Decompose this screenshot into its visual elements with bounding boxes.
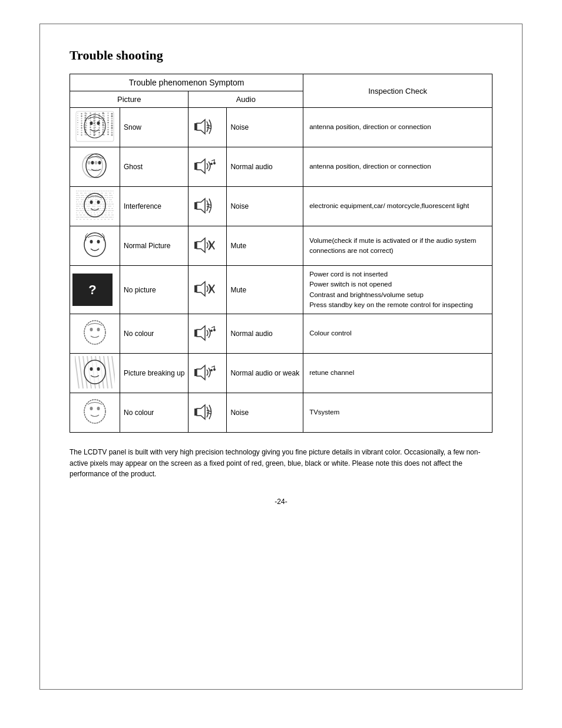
svg-point-27 (84, 117, 86, 118)
svg-point-8 (98, 113, 100, 114)
svg-point-2 (81, 113, 82, 114)
svg-point-107 (107, 131, 108, 133)
picture-label-cell: No colour (120, 393, 189, 433)
header-inspection: Inspection Check (303, 74, 492, 108)
svg-point-54 (93, 122, 95, 124)
inspection-cell: antenna position, direction or connectio… (303, 147, 492, 187)
svg-rect-159 (194, 242, 197, 249)
svg-point-57 (102, 121, 104, 123)
footer-text: The LCDTV panel is built with very high … (70, 447, 492, 480)
svg-point-81 (102, 126, 104, 128)
svg-point-156 (90, 240, 93, 243)
no-picture-icon: ? (72, 274, 113, 306)
inspection-cell: Volume(check if mute is activated or if … (303, 226, 492, 266)
table-row: Ghost Normal audioantenna position, dire… (70, 147, 492, 187)
svg-point-190 (84, 400, 105, 423)
trouble-table: Trouble phenomenon Symptom Inspection Ch… (70, 74, 492, 433)
svg-point-150 (84, 193, 105, 217)
svg-point-72 (111, 124, 113, 126)
picture-label-cell: No picture (120, 266, 189, 314)
svg-point-123 (97, 121, 100, 125)
svg-point-98 (81, 132, 82, 133)
picture-icon-cell (70, 354, 120, 393)
svg-marker-162 (197, 282, 205, 296)
svg-point-155 (84, 233, 105, 256)
svg-marker-169 (197, 326, 205, 340)
svg-marker-193 (197, 405, 205, 419)
audio-label-cell: Noise (227, 393, 303, 433)
svg-point-44 (98, 120, 100, 121)
svg-rect-133 (194, 163, 197, 170)
svg-point-69 (102, 124, 104, 126)
svg-point-40 (86, 120, 87, 121)
svg-point-59 (107, 122, 108, 123)
svg-point-3 (84, 112, 86, 114)
svg-point-48 (111, 120, 113, 121)
table-row: No colour NoiseTVsystem (70, 393, 492, 433)
svg-point-111 (84, 133, 86, 135)
svg-point-118 (104, 134, 105, 136)
svg-marker-132 (197, 159, 205, 173)
svg-point-82 (104, 127, 105, 129)
picture-label-cell: Snow (120, 108, 189, 147)
svg-point-85 (77, 129, 78, 130)
audio-icon-cell (189, 226, 227, 266)
svg-point-66 (93, 124, 95, 126)
svg-point-43 (95, 120, 96, 121)
audio-icon-cell (189, 147, 227, 187)
svg-point-73 (77, 127, 78, 128)
svg-point-113 (90, 134, 91, 135)
svg-point-49 (77, 122, 78, 123)
svg-point-70 (104, 125, 105, 126)
svg-point-76 (86, 127, 87, 129)
svg-point-88 (86, 130, 87, 131)
audio-icon-cell (189, 266, 227, 314)
picture-icon-cell (70, 314, 120, 354)
table-row: No colour Normal audioColour control (70, 314, 492, 354)
svg-point-95 (107, 129, 108, 130)
table-row: Interference Noiseelectronic equipment,c… (70, 187, 492, 226)
svg-point-168 (97, 328, 100, 331)
svg-point-62 (81, 125, 82, 126)
svg-line-173 (75, 356, 79, 388)
svg-point-152 (97, 200, 100, 204)
svg-point-119 (107, 134, 108, 135)
svg-point-120 (111, 134, 113, 136)
svg-point-67 (95, 124, 96, 126)
svg-point-86 (81, 130, 82, 131)
svg-rect-163 (194, 285, 197, 292)
audio-icon-cell (189, 187, 227, 226)
svg-point-35 (107, 117, 108, 118)
svg-point-80 (98, 127, 100, 129)
svg-point-83 (107, 127, 108, 128)
svg-point-75 (84, 126, 86, 128)
svg-point-37 (77, 120, 78, 121)
svg-point-74 (81, 127, 82, 129)
svg-point-114 (93, 134, 95, 136)
svg-point-184 (90, 367, 93, 371)
svg-point-116 (98, 134, 100, 136)
audio-label-cell: Normal audio (227, 147, 303, 187)
svg-line-181 (108, 356, 112, 388)
svg-rect-154 (194, 202, 197, 209)
svg-point-36 (111, 117, 113, 119)
page-number: -24- (70, 498, 492, 506)
picture-icon-cell (70, 187, 120, 226)
svg-point-9 (102, 112, 104, 114)
audio-label-cell: Normal audio or weak (227, 354, 303, 393)
audio-label-cell: Noise (227, 108, 303, 147)
audio-icon-cell (189, 354, 227, 393)
audio-label-cell: Normal audio (227, 314, 303, 354)
svg-point-64 (86, 125, 87, 126)
inspection-cell: TVsystem (303, 393, 492, 433)
picture-icon-cell (70, 147, 120, 187)
svg-point-4 (86, 113, 87, 114)
picture-icon-cell (70, 226, 120, 266)
svg-point-126 (82, 154, 103, 177)
picture-icon-cell (70, 393, 120, 433)
svg-point-61 (77, 124, 78, 126)
svg-point-110 (81, 134, 82, 136)
svg-marker-186 (197, 365, 205, 380)
svg-point-58 (104, 123, 105, 124)
picture-label-cell: Picture breaking up (120, 354, 189, 393)
